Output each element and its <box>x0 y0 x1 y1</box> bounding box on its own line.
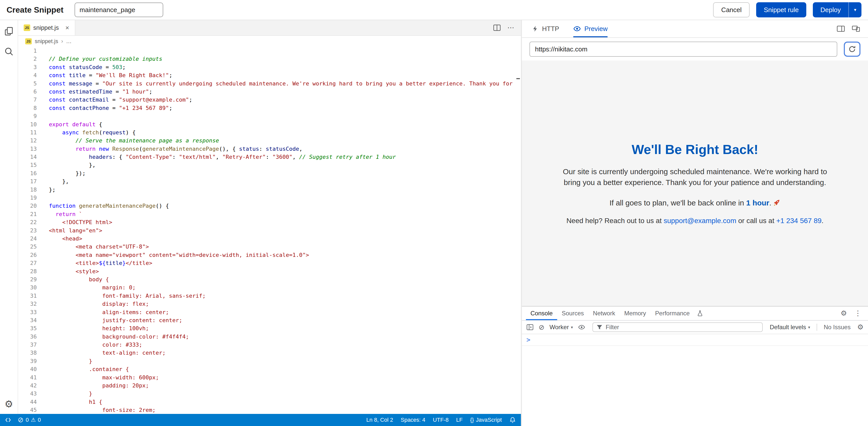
live-expression-eye-icon[interactable] <box>578 324 585 330</box>
line-number[interactable]: 29 <box>18 276 37 284</box>
tab-performance[interactable]: Performance <box>651 307 694 320</box>
deploy-dropdown-button[interactable]: ▾ <box>848 2 862 18</box>
line-content[interactable]: const statusCode = 503; <box>37 63 126 71</box>
code-line[interactable]: 39 } <box>18 357 521 365</box>
tab-preview[interactable]: Preview <box>573 20 608 37</box>
line-content[interactable]: <meta charset="UTF-8"> <box>37 243 149 251</box>
indentation[interactable]: Spaces: 4 <box>401 417 426 423</box>
line-content[interactable]: text-align: center; <box>37 349 166 357</box>
code-line[interactable]: 31 font-family: Arial, sans-serif; <box>18 292 521 300</box>
line-number[interactable]: 10 <box>18 120 37 129</box>
line-content[interactable]: h1 { <box>37 398 102 406</box>
line-number[interactable]: 24 <box>18 235 37 243</box>
files-icon[interactable] <box>4 26 14 36</box>
line-number[interactable]: 11 <box>18 129 37 137</box>
line-number[interactable]: 35 <box>18 324 37 333</box>
line-number[interactable]: 5 <box>18 80 37 88</box>
code-editor[interactable]: 12// Define your customizable inputs3con… <box>18 47 521 414</box>
code-line[interactable]: 34 justify-content: center; <box>18 316 521 324</box>
code-line[interactable]: 44 h1 { <box>18 398 521 406</box>
url-input[interactable] <box>529 41 837 57</box>
line-content[interactable]: <html lang="en"> <box>37 227 102 235</box>
tab-memory[interactable]: Memory <box>620 307 651 320</box>
line-content[interactable]: align-items: center; <box>37 308 169 316</box>
code-line[interactable]: 8const contactPhone = "+1 234 567 89"; <box>18 104 521 112</box>
line-number[interactable]: 41 <box>18 374 37 381</box>
code-line[interactable]: 2// Define your customizable inputs <box>18 55 521 63</box>
line-content[interactable]: function generateMaintenancePage() { <box>37 202 169 210</box>
bell-icon[interactable] <box>509 417 516 423</box>
cancel-button[interactable]: Cancel <box>713 2 750 18</box>
code-line[interactable]: 19 <box>18 194 521 202</box>
context-selector[interactable]: Worker ▾ <box>549 324 573 331</box>
line-content[interactable]: height: 100vh; <box>37 324 149 333</box>
line-content[interactable] <box>37 112 49 120</box>
line-content[interactable]: // Serve the maintenance page as a respo… <box>37 137 219 145</box>
snippet-name-input[interactable] <box>74 2 163 17</box>
line-number[interactable]: 7 <box>18 96 37 104</box>
code-line[interactable]: 10export default { <box>18 120 521 129</box>
code-line[interactable]: 1 <box>18 47 521 55</box>
line-content[interactable]: <!DOCTYPE html> <box>37 218 112 226</box>
console-settings-icon[interactable]: ⚙ <box>857 324 864 331</box>
encoding[interactable]: UTF-8 <box>433 417 448 423</box>
log-levels-dropdown[interactable]: Default levels ▾ <box>770 324 810 331</box>
code-line[interactable]: 27 <title>${title}</title> <box>18 259 521 267</box>
line-content[interactable]: } <box>37 357 92 365</box>
line-number[interactable]: 27 <box>18 259 37 267</box>
code-line[interactable]: 5const message = "Our site is currently … <box>18 80 521 88</box>
close-icon[interactable]: × <box>65 24 69 32</box>
line-number[interactable]: 12 <box>18 137 37 145</box>
line-number[interactable]: 36 <box>18 333 37 341</box>
code-line[interactable]: 18}; <box>18 186 521 194</box>
line-content[interactable]: return ` <box>37 210 82 218</box>
deploy-button[interactable]: Deploy <box>813 2 848 18</box>
code-line[interactable]: 45 font-size: 2rem; <box>18 406 521 414</box>
code-line[interactable]: 38 text-align: center; <box>18 349 521 357</box>
code-line[interactable]: 15 }, <box>18 161 521 169</box>
line-content[interactable]: <style> <box>37 267 99 276</box>
line-content[interactable]: .container { <box>37 365 129 373</box>
tab-console[interactable]: Console <box>526 307 557 320</box>
line-number[interactable]: 38 <box>18 349 37 357</box>
line-number[interactable]: 2 <box>18 55 37 63</box>
code-line[interactable]: 28 <style> <box>18 267 521 276</box>
line-content[interactable]: max-width: 600px; <box>37 374 159 381</box>
code-line[interactable]: 4const title = "We'll Be Right Back!"; <box>18 71 521 79</box>
search-icon[interactable] <box>4 47 14 56</box>
code-line[interactable]: 23<html lang="en"> <box>18 227 521 235</box>
line-number[interactable]: 37 <box>18 341 37 349</box>
breadcrumb[interactable]: JS snippet.js › … <box>18 36 521 47</box>
line-content[interactable]: font-family: Arial, sans-serif; <box>37 292 206 300</box>
split-editor-icon[interactable] <box>493 24 501 31</box>
columns-layout-icon[interactable] <box>837 25 845 32</box>
line-content[interactable]: export default { <box>37 120 102 129</box>
line-content[interactable]: <title>${title}</title> <box>37 259 152 267</box>
code-line[interactable]: 17 }, <box>18 177 521 186</box>
line-number[interactable]: 31 <box>18 292 37 300</box>
line-content[interactable]: }, <box>37 177 69 186</box>
filter-input[interactable] <box>606 324 759 331</box>
line-content[interactable]: margin: 0; <box>37 284 135 292</box>
line-content[interactable]: }); <box>37 169 86 177</box>
code-line[interactable]: 30 margin: 0; <box>18 284 521 292</box>
code-line[interactable]: 12 // Serve the maintenance page as a re… <box>18 137 521 145</box>
code-line[interactable]: 14 headers: { "Content-Type": "text/html… <box>18 153 521 161</box>
overview-ruler[interactable] <box>515 47 521 414</box>
line-content[interactable]: <meta name="viewport" content="width=dev… <box>37 251 309 259</box>
language-mode[interactable]: {} JavaScript <box>470 417 502 423</box>
line-number[interactable]: 26 <box>18 251 37 259</box>
line-number[interactable]: 4 <box>18 71 37 79</box>
line-number[interactable]: 13 <box>18 145 37 153</box>
line-number[interactable]: 42 <box>18 381 37 390</box>
code-line[interactable]: 33 align-items: center; <box>18 308 521 316</box>
code-line[interactable]: 36 background-color: #f4f4f4; <box>18 333 521 341</box>
line-content[interactable]: color: #333; <box>37 341 142 349</box>
line-content[interactable]: const contactEmail = "support@example.co… <box>37 96 192 104</box>
code-line[interactable]: 35 height: 100vh; <box>18 324 521 333</box>
line-number[interactable]: 40 <box>18 365 37 373</box>
code-line[interactable]: 22 <!DOCTYPE html> <box>18 218 521 226</box>
line-number[interactable]: 44 <box>18 398 37 406</box>
eol-sequence[interactable]: LF <box>456 417 463 423</box>
code-line[interactable]: 9 <box>18 112 521 120</box>
